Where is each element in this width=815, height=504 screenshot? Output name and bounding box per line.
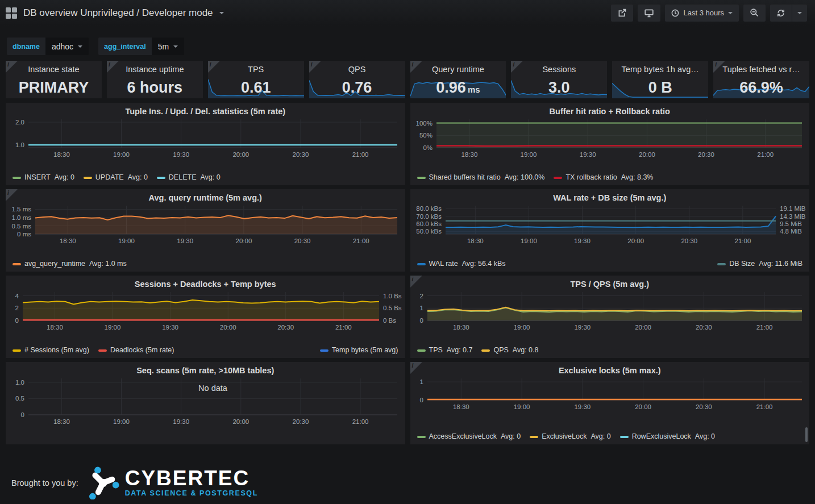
svg-text:18:30: 18:30	[53, 418, 70, 425]
stat-value: 3.0	[511, 79, 607, 97]
panel-title[interactable]: Sessions	[511, 65, 607, 74]
panel-title[interactable]: WAL rate + DB size (5m avg.)	[410, 193, 810, 202]
info-icon[interactable]: i	[309, 61, 321, 73]
svg-text:80.0 kBs: 80.0 kBs	[416, 205, 442, 212]
stat-value: 0.76	[309, 79, 405, 97]
legend-item[interactable]: # Sessions (5m avg)	[13, 345, 89, 355]
legend-item[interactable]: ExclusiveLockAvg: 0	[530, 432, 610, 441]
seq-scans-chart[interactable]: 18:3019:0019:3020:0020:3021:001.00.50No …	[6, 376, 405, 426]
share-button[interactable]	[611, 5, 633, 22]
panel-title[interactable]: Avg. query runtime (5m avg.)	[6, 193, 405, 202]
time-range-label: Last 3 hours	[683, 9, 724, 17]
legend-color-swatch	[13, 177, 21, 179]
tuple-statistics-chart[interactable]: 18:3019:0019:3020:0020:3021:002.01.0	[6, 117, 405, 159]
legend-item[interactable]: TX rollback ratioAvg: 8.3%	[554, 173, 653, 182]
brand-tagline: DATA SCIENCE & POSTGRESQL	[125, 489, 258, 497]
legend-avg-value: Avg: 56.4 kBs	[462, 259, 506, 269]
svg-text:20:30: 20:30	[695, 403, 712, 410]
chevron-down-icon	[173, 45, 178, 48]
legend-item[interactable]: ShareRowExclusiveLockAvg: 0	[417, 443, 531, 444]
svg-text:50.0 kBs: 50.0 kBs	[416, 228, 442, 235]
legend-item[interactable]: ShareUpdateExclusiveLockAvg: 0	[540, 443, 663, 444]
panel-title[interactable]: Temp bytes 1h avg…	[612, 65, 708, 74]
svg-text:0: 0	[15, 317, 19, 324]
legend-avg-value: Avg: 0	[643, 443, 663, 444]
wal-rate-db-size-chart[interactable]: 18:3019:0019:3020:0020:3021:0080.0 kBs19…	[410, 203, 810, 245]
svg-text:2: 2	[419, 293, 423, 299]
refresh-interval-dropdown[interactable]	[792, 5, 807, 22]
tv-mode-button[interactable]	[638, 5, 660, 22]
svg-text:4: 4	[15, 293, 19, 299]
panel-title[interactable]: Exclusive locks (5m max.)	[410, 366, 810, 375]
stat-value: 0.61	[208, 79, 304, 97]
dashboard-title[interactable]: DB overview Unprivileged / Developer mod…	[23, 7, 213, 19]
info-icon[interactable]: i	[713, 61, 725, 73]
chevron-down-icon[interactable]	[219, 12, 224, 14]
legend-label: TPS	[429, 345, 443, 355]
info-icon[interactable]: i	[410, 276, 422, 288]
legend-item[interactable]: Temp bytes (5m avg)	[320, 345, 398, 355]
legend-scrollbar[interactable]	[805, 427, 808, 442]
sessions-deadlocks-chart[interactable]: 18:3019:0019:3020:0020:3021:0041.0 Bs20.…	[6, 290, 405, 332]
time-range-picker[interactable]: Last 3 hours	[665, 5, 739, 22]
info-icon[interactable]: i	[208, 61, 220, 73]
panel-title[interactable]: Tuple Ins. / Upd. / Del. statistics (5m …	[6, 107, 405, 116]
legend-avg-value: Avg: 100.0%	[505, 173, 545, 182]
info-icon[interactable]: i	[6, 189, 18, 201]
legend-color-swatch	[98, 349, 107, 352]
panel-title[interactable]: Instance uptime	[107, 65, 203, 74]
refresh-button[interactable]	[770, 5, 792, 22]
avg-query-runtime-chart[interactable]: 18:3019:0019:3020:0020:3021:001.5 ms1.0 …	[6, 203, 405, 245]
svg-text:19:30: 19:30	[162, 324, 178, 331]
svg-text:19:30: 19:30	[574, 403, 591, 410]
panel-title[interactable]: Tuples fetched vs r…	[713, 65, 809, 74]
refresh-icon	[776, 9, 785, 18]
panel-title[interactable]: Instance state	[6, 65, 102, 74]
legend-color-swatch	[620, 436, 629, 438]
info-icon[interactable]: i	[410, 362, 422, 374]
exclusive-locks-chart[interactable]: 18:3019:0019:3020:0020:3021:0010	[410, 376, 810, 411]
legend-item[interactable]: DELETEAvg: 0	[157, 173, 221, 182]
panel-title[interactable]: TPS / QPS (5m avg.)	[410, 280, 810, 289]
legend-item[interactable]: avg_query_runtimeAvg: 1.0 ms	[13, 259, 127, 269]
tps-qps-chart[interactable]: 18:3019:0019:3020:0020:3021:00210	[410, 290, 810, 332]
legend-avg-value: Avg: 0	[128, 173, 148, 182]
legend-avg-value: Avg: 0.7	[447, 345, 473, 355]
panel-title[interactable]: TPS	[208, 65, 304, 74]
info-icon[interactable]: i	[410, 61, 422, 73]
svg-text:21:00: 21:00	[756, 403, 772, 410]
legend-label: DB Size	[729, 259, 755, 269]
panel-query-runtime-stat: i Query runtime 0.96ms	[410, 61, 506, 98]
legend-item[interactable]: DB SizeAvg: 11.6 MiB	[717, 259, 802, 269]
dashboard-grid-icon[interactable]	[6, 7, 17, 19]
info-icon[interactable]: i	[6, 61, 18, 73]
stat-value: 0 B	[612, 79, 708, 97]
legend-color-swatch	[13, 349, 21, 352]
panel-title[interactable]: Query runtime	[410, 65, 506, 74]
legend-item[interactable]: RowExclusiveLockAvg: 0	[620, 432, 715, 441]
panel-title[interactable]: Buffer hit ratio + Rollback ratio	[410, 107, 810, 116]
legend-item[interactable]: AccessExclusiveLockAvg: 0	[417, 432, 521, 441]
variable-agg-interval[interactable]: agg_interval 5m	[98, 38, 184, 55]
chevron-down-icon	[78, 45, 82, 48]
svg-text:20:00: 20:00	[635, 324, 651, 331]
legend-item[interactable]: Deadlocks (5m rate)	[98, 345, 174, 355]
panel-title[interactable]: Sessions + Deadlocks + Temp bytes	[6, 280, 405, 289]
legend-item[interactable]: INSERTAvg: 0	[13, 173, 74, 182]
svg-text:19:00: 19:00	[113, 151, 130, 158]
legend-item[interactable]: Shared buffers hit ratioAvg: 100.0%	[417, 173, 545, 182]
svg-text:20:30: 20:30	[293, 151, 309, 158]
info-icon[interactable]: i	[107, 61, 119, 73]
zoom-out-button[interactable]	[743, 5, 766, 22]
legend-label: Shared buffers hit ratio	[429, 173, 501, 182]
info-icon[interactable]: i	[511, 61, 523, 73]
variable-dbname[interactable]: dbname adhoc	[7, 38, 89, 55]
legend-item[interactable]: TPSAvg: 0.7	[417, 345, 473, 355]
panel-title[interactable]: QPS	[309, 65, 405, 74]
legend-item[interactable]: QPSAvg: 0.8	[481, 345, 538, 355]
legend-item[interactable]: UPDATEAvg: 0	[84, 173, 148, 182]
buffer-hit-ratio-chart[interactable]: 18:3019:0019:3020:0020:3021:00100%50%0%	[410, 117, 810, 159]
panel-title[interactable]: Seq. scans (5m rate, >10MB tables)	[6, 366, 405, 375]
svg-text:19:00: 19:00	[113, 418, 130, 425]
legend-item[interactable]: WAL rateAvg: 56.4 kBs	[417, 259, 506, 269]
